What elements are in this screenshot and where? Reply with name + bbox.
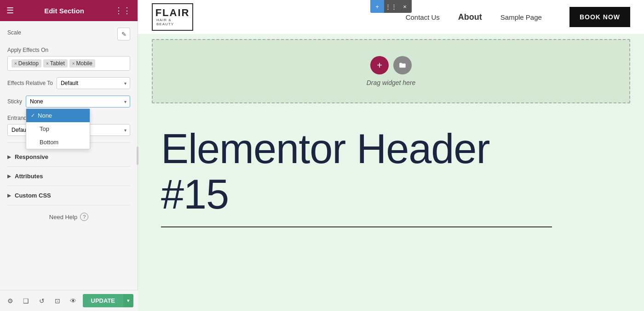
logo-box: FLAIR HAIR & BEAUTY	[152, 3, 193, 31]
widget-buttons: +	[370, 56, 412, 74]
empty-section: + Drag widget here	[152, 39, 630, 103]
scale-row: Scale ✎	[7, 28, 130, 40]
nav-sample-page[interactable]: Sample Page	[500, 13, 542, 21]
custom-css-header: ▶ Custom CSS	[7, 192, 130, 199]
nav-contact-us[interactable]: Contact Us	[406, 13, 440, 21]
effects-relative-row: Effects Relative To Default Viewport Pag…	[7, 77, 130, 89]
responsive-section[interactable]: ▶ Responsive	[7, 147, 130, 167]
dropdown-item-bottom[interactable]: Bottom	[26, 136, 90, 149]
logo-area: FLAIR HAIR & BEAUTY	[152, 3, 193, 31]
hamburger-icon[interactable]: ☰	[6, 6, 14, 16]
section-toolbar: + ⋮⋮ ×	[370, 0, 412, 13]
hero-divider	[161, 226, 552, 227]
checkmark-icon: ✓	[31, 113, 35, 119]
resize-handle-visual	[137, 147, 138, 165]
tag-close-desktop[interactable]: ×	[14, 61, 17, 66]
add-widget-button[interactable]: +	[370, 56, 389, 74]
hero-heading-line2: #15	[161, 172, 621, 217]
scale-edit-button[interactable]: ✎	[117, 28, 130, 40]
hero-content: Elementor Header #15	[138, 108, 644, 237]
history-button[interactable]: ↺	[36, 294, 48, 308]
sticky-select[interactable]: None Top Bottom	[26, 96, 130, 107]
dropdown-item-top[interactable]: Top	[26, 122, 90, 136]
section-close-button[interactable]: ×	[398, 0, 412, 13]
apply-effects-section: Apply Effects On × Desktop × Tablet × Mo…	[7, 47, 130, 71]
chevron-right-icon-responsive: ▶	[7, 154, 11, 159]
settings-button[interactable]: ⚙	[5, 294, 17, 308]
sticky-label: Sticky	[7, 98, 22, 105]
logo-subtitle-text: HAIR & BEAUTY	[156, 18, 189, 26]
tag-mobile: × Mobile	[69, 59, 95, 68]
attributes-header: ▶ Attributes	[7, 173, 130, 180]
left-panel: ☰ Edit Section ⋮⋮ Scale ✎ Apply Effects …	[0, 0, 138, 311]
tag-tablet: × Tablet	[43, 59, 68, 68]
sticky-row: Sticky None Top Bottom ▾ ✓ None Top	[7, 96, 130, 107]
update-dropdown-button[interactable]: ▾	[123, 294, 133, 307]
nav-about[interactable]: About	[458, 12, 482, 22]
effects-relative-select[interactable]: Default Viewport Page	[57, 77, 130, 89]
dropdown-bottom-label: Bottom	[40, 139, 58, 146]
preview-button[interactable]: 👁	[67, 294, 79, 308]
bottom-toolbar: ⚙ ❑ ↺ ⊡ 👁 UPDATE ▾	[0, 290, 138, 311]
need-help-row[interactable]: Need Help ?	[7, 205, 130, 228]
tag-close-tablet[interactable]: ×	[46, 61, 49, 66]
folder-icon	[398, 61, 407, 69]
panel-title: Edit Section	[44, 7, 84, 15]
custom-css-section[interactable]: ▶ Custom CSS	[7, 186, 130, 205]
layers-button[interactable]: ❑	[20, 294, 32, 308]
folder-widget-button[interactable]	[393, 56, 412, 74]
update-button[interactable]: UPDATE	[83, 294, 123, 307]
apply-effects-label: Apply Effects On	[7, 47, 130, 53]
book-now-button[interactable]: BOOK NOW	[569, 7, 630, 27]
main-content: + ⋮⋮ × FLAIR HAIR & BEAUTY Contact Us Ab…	[138, 0, 644, 311]
custom-css-label: Custom CSS	[15, 192, 51, 199]
effects-relative-label: Effects Relative To	[7, 80, 53, 86]
tag-close-mobile[interactable]: ×	[72, 61, 75, 66]
dropdown-none-label: None	[38, 112, 52, 119]
nav-links: Contact Us About Sample Page BOOK NOW	[406, 7, 630, 27]
tag-desktop: × Desktop	[12, 59, 41, 68]
resize-handle[interactable]	[135, 0, 140, 311]
site-nav: + ⋮⋮ × FLAIR HAIR & BEAUTY Contact Us Ab…	[138, 0, 644, 34]
chevron-right-icon-attributes: ▶	[7, 174, 11, 179]
drag-text: Drag widget here	[367, 79, 416, 86]
update-btn-group: UPDATE ▾	[83, 294, 133, 307]
dropdown-item-none[interactable]: ✓ None	[26, 109, 90, 122]
sticky-select-wrapper: None Top Bottom ▾ ✓ None Top	[26, 96, 130, 107]
chevron-right-icon-css: ▶	[7, 193, 11, 198]
need-help-text: Need Help	[49, 214, 77, 221]
attributes-label: Attributes	[15, 173, 43, 180]
scale-label: Scale	[7, 29, 21, 36]
hero-heading-line1: Elementor Header	[161, 126, 621, 172]
section-add-button[interactable]: +	[370, 0, 384, 13]
panel-header: ☰ Edit Section ⋮⋮	[0, 0, 138, 21]
responsive-header: ▶ Responsive	[7, 153, 130, 160]
dropdown-top-label: Top	[40, 125, 49, 132]
attributes-section[interactable]: ▶ Attributes	[7, 167, 130, 186]
sticky-dropdown: ✓ None Top Bottom	[26, 108, 90, 149]
panel-content: Scale ✎ Apply Effects On × Desktop × Tab…	[0, 21, 138, 311]
tags-input[interactable]: × Desktop × Tablet × Mobile	[7, 56, 130, 71]
hero-heading: Elementor Header #15	[161, 126, 621, 217]
responsive-button[interactable]: ⊡	[52, 294, 63, 308]
logo-flair-text: FLAIR	[155, 8, 190, 18]
section-move-button[interactable]: ⋮⋮	[384, 0, 398, 13]
responsive-label: Responsive	[15, 153, 48, 160]
grid-icon[interactable]: ⋮⋮	[115, 6, 131, 16]
effects-relative-select-wrapper: Default Viewport Page ▾	[57, 77, 130, 89]
help-icon: ?	[80, 213, 88, 221]
